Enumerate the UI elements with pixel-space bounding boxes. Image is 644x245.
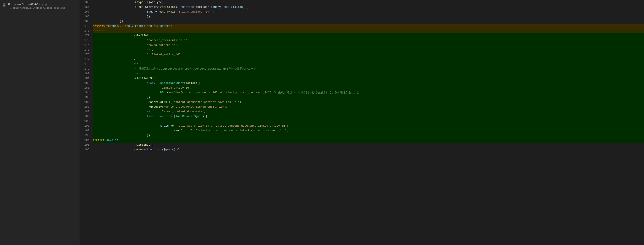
line-number: 194 — [82, 138, 90, 142]
code-token: ( — [155, 77, 157, 80]
code-token: where — [137, 148, 145, 151]
code-token: ('c.linked_entity_id', 'latest_content_d… — [175, 124, 288, 128]
code-token: ) { — [174, 148, 179, 151]
code-token: :: — [184, 82, 187, 85]
code-token: groupBy — [150, 105, 162, 108]
line-number: 175 — [82, 48, 90, 52]
code-line: }) — [93, 19, 644, 24]
code-token: on — [177, 129, 180, 132]
code-token: ( — [150, 34, 152, 37]
code-line: as: 'latest_content_documents', — [93, 109, 644, 114]
code-line: $query->whereNull("$alias.engineer_id"); — [93, 10, 644, 14]
code-token: $query — [164, 148, 174, 151]
code-token: :: — [164, 91, 167, 94]
code-token: isFalse — [162, 6, 174, 9]
code-token: , — [204, 110, 206, 113]
code-line: >>>>>>> develop — [93, 138, 644, 142]
code-token: "); — [209, 10, 214, 14]
svg-text:php: php — [3, 5, 5, 6]
code-line: ->leftJoin( — [93, 33, 644, 38]
code-line: ->when($ternary->isFalse(), function (Bu… — [93, 5, 644, 10]
code-token: feature/23_apply_resume_and_fix_content — [106, 24, 172, 28]
line-number: 195 — [82, 142, 90, 147]
code-token: 'latest_content_documents' — [160, 110, 204, 113]
code-line: ->groupBy('content_documents.linked_enti… — [93, 104, 644, 109]
code-token: , — [191, 86, 192, 90]
line-number: 166 — [82, 5, 90, 10]
code-line — [93, 119, 644, 124]
code-token: $alias.engineer_id — [179, 10, 209, 14]
line-number: 180 — [82, 71, 90, 76]
code-token: $query — [211, 6, 221, 9]
line-number: 165 — [82, 0, 90, 5]
line-number: 170 — [82, 24, 90, 28]
line-number: 189 — [82, 114, 90, 119]
code-line: /** — [93, 62, 644, 66]
code-line: 'c.linked_entity_id' — [93, 52, 644, 57]
code-token: raw — [167, 91, 172, 94]
line-number: 191 — [82, 124, 90, 128]
svg-rect-1 — [4, 4, 6, 4]
line-number: 182 — [82, 81, 90, 86]
code-line: ->where(function ($query) { — [93, 147, 644, 152]
line-number: 192 — [82, 128, 90, 133]
code-token: leftJoinSub — [137, 77, 155, 80]
line-numbers: 1651661671681691701711721731741751761771… — [80, 0, 93, 152]
code-token: , — [152, 48, 154, 52]
code-token: leftJoin — [137, 34, 150, 37]
code-token: whereNull — [160, 10, 175, 14]
code-token: -> — [169, 124, 172, 128]
code-token: ( — [160, 148, 164, 151]
code-token: 'c.linked_entity_id' — [147, 53, 180, 56]
file-name: EngineerJoinedTable.php — [8, 3, 65, 6]
code-token: ('content_documents.linked_entity_id'), — [162, 105, 228, 108]
code-token: $join — [160, 124, 169, 128]
code-token: -> — [157, 10, 160, 14]
code-token: () — [150, 143, 154, 146]
line-number: 186 — [82, 100, 90, 104]
code-line: ) — [93, 57, 644, 62]
line-number: 193 — [82, 133, 90, 138]
code-line: DB::raw("MAX(content_documents.id) as la… — [93, 90, 644, 95]
code-token: ") // 生成日時はレコードが同一秒で生成されている可能性があり、当 — [268, 91, 360, 94]
code-token: }) — [120, 20, 123, 23]
line-number: 185 — [82, 95, 90, 100]
code-token: -> — [133, 1, 137, 4]
code-token: ) { — [243, 6, 248, 9]
line-number: 176 — [82, 52, 90, 57]
code-line: ->whereNotNull('content_documents.conten… — [93, 100, 644, 104]
code-token: ($ternary-> — [144, 6, 162, 9]
code-token: (" — [172, 91, 176, 94]
file-item[interactable]: php EngineerJoinedTable.php ...gineer/Mo… — [0, 2, 80, 10]
file-info: EngineerJoinedTable.php ...gineer/Models… — [8, 3, 65, 9]
code-token: 'content_documents as c' — [147, 39, 187, 42]
code-line: ======= — [93, 28, 644, 33]
code-token: $join — [194, 115, 202, 118]
line-number: 177 — [82, 57, 90, 62]
code-token: -> — [133, 143, 137, 146]
code-token: ) { — [202, 115, 207, 118]
code-token: function — [147, 148, 160, 151]
editor-area[interactable]: 1651661671681691701711721731741751761771… — [80, 0, 644, 245]
code-token: first — [147, 115, 155, 118]
code-line: }); — [93, 14, 644, 19]
code-line: <<<<<<< feature/23_apply_resume_and_fix_… — [93, 24, 644, 28]
code-line: ->on('c.id', 'latest_content_documents.l… — [93, 128, 644, 133]
code-token: when — [137, 6, 144, 9]
line-number: 181 — [82, 76, 90, 81]
code-token: DB — [160, 91, 164, 94]
code-token: ( — [172, 115, 176, 118]
line-number: 183 — [82, 86, 90, 90]
line-number: 173 — [82, 38, 90, 43]
line-number: 196 — [82, 147, 90, 152]
file-path: ...gineer/Models/EngineerJoinedTable.php — [8, 7, 65, 9]
code-token: ) — [221, 6, 224, 9]
code-token: -> — [147, 100, 150, 104]
code-token: $query — [147, 10, 157, 14]
code-token: select — [187, 82, 198, 85]
code-token: as — [147, 110, 150, 113]
code-line: }) — [93, 133, 644, 138]
code-lines: ->type: $joinType, ->when($ternary->isFa… — [93, 0, 644, 152]
code-token: -> — [133, 34, 137, 37]
code-token: ) — [93, 58, 135, 61]
